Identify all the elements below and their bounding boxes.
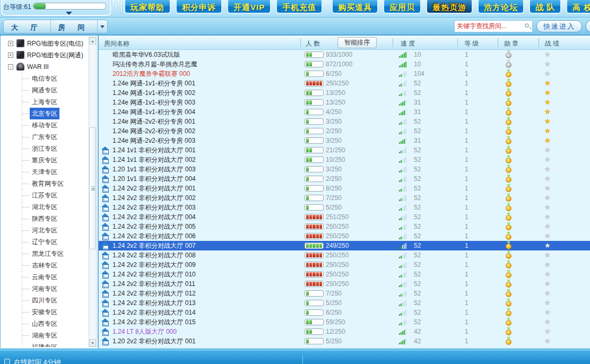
speed-signal-icon <box>399 119 407 125</box>
record-star-icon: ★ <box>544 327 551 336</box>
room-row[interactable]: 1.24 LT 8人版大厅 000 12/250 42 1 ★ <box>99 327 590 336</box>
room-row[interactable]: 1.24 2v2 非积分对战大厅 011 250/250 52 1 ★ <box>99 279 590 289</box>
tree-region-item[interactable]: 浙江专区 <box>2 143 88 154</box>
room-row[interactable]: 1.24 2v2 非积分对战大厅 010 250/250 52 1 ★ <box>99 270 590 279</box>
room-row[interactable]: 1.24 1v1 非积分对战大厅 001 21/250 52 1 ★ <box>99 145 590 155</box>
tree-region-item[interactable]: 山西专区 <box>2 318 88 330</box>
scroll-up-arrow-icon[interactable]: ▲ <box>89 37 96 45</box>
tree-expand-toggle[interactable]: + <box>8 41 13 46</box>
tree-root-node[interactable]: - WAR III <box>2 61 88 73</box>
toolbar-button[interactable]: 高 校 <box>566 0 590 14</box>
people-count: 13/250 <box>326 88 345 98</box>
room-row[interactable]: 1.24 2v2 非积分对战大厅 012 7/250 52 1 ★ <box>99 289 590 298</box>
toolbar-button[interactable]: 战 队 <box>529 0 561 14</box>
tree-region-item[interactable]: 天津专区 <box>2 166 88 178</box>
room-row[interactable]: 1.24 2v2 非积分对战大厅 002 7/250 52 1 ★ <box>99 193 590 203</box>
tree-region-item[interactable]: 北京专区 <box>2 108 88 119</box>
tree-region-item[interactable]: 重庆专区 <box>2 154 88 166</box>
toolbar-button[interactable]: 开通VIP <box>227 0 271 14</box>
toolbar-button[interactable]: 最热页游 <box>426 0 473 14</box>
tree-guide-line <box>22 149 29 149</box>
sidebar-scrollbar[interactable]: ▲ ▼ <box>89 37 97 347</box>
tree-region-item[interactable]: 河北专区 <box>2 224 88 236</box>
level-dropdown-arrow-icon[interactable] <box>66 12 72 15</box>
toolbar-button[interactable]: 玩家帮助 <box>124 0 171 14</box>
tab[interactable]: 房 间 <box>51 20 98 33</box>
room-search-input[interactable] <box>455 21 517 32</box>
tree-region-item[interactable]: 四川专区 <box>2 294 88 306</box>
toolbar-button[interactable]: 积分申诉 <box>176 0 222 14</box>
tree-region-item[interactable]: 陕西专区 <box>2 213 88 224</box>
room-row[interactable]: 1.24 2v2 非积分对战大厅 009 250/250 52 1 ★ <box>99 260 590 270</box>
room-row[interactable]: 1.24 2v2 非积分对战大厅 005 250/250 52 1 ★ <box>99 222 590 231</box>
room-row[interactable]: 1.24e 网通-2v2-积分专房 002 2/250 52 1 ★ <box>99 126 590 136</box>
tree-region-item[interactable]: 湖南专区 <box>2 330 88 341</box>
room-row[interactable]: 1.24e 网通-2v2-积分专房 001 3/250 52 1 ★ <box>99 117 590 126</box>
tab[interactable]: 大 厅 <box>4 20 51 33</box>
search-icon[interactable] <box>525 23 529 28</box>
room-type-icon <box>101 337 109 345</box>
room-type-icon <box>101 318 109 326</box>
room-row[interactable]: 1.24 2v2 非积分对战大厅 013 5/250 52 1 ★ <box>99 298 590 308</box>
room-row[interactable]: 1.24e 网通-1v1-积分专房 002 13/250 52 1 ★ <box>99 88 590 98</box>
room-row[interactable]: 1.24e 网通-1v1-积分专房 001 250/250 52 1 ★ <box>99 79 590 88</box>
tree-region-item[interactable]: 福建专区 <box>2 341 88 347</box>
quick-enter-button[interactable]: 快速进入 <box>536 20 582 32</box>
medal-icon <box>506 291 511 297</box>
tree-region-item[interactable]: 上海专区 <box>2 96 88 108</box>
tree-region-item[interactable]: 湖北专区 <box>2 201 88 213</box>
tree-region-item[interactable]: 辽宁专区 <box>2 236 88 248</box>
tree-region-item[interactable]: 云南专区 <box>2 271 88 283</box>
toolbar-button[interactable]: 手机充值 <box>276 0 323 14</box>
room-row[interactable]: 2012浩方魔兽争霸联赛 000 6/250 104 1 ★ <box>99 69 590 79</box>
toolbar-button[interactable]: 购买道具 <box>332 0 378 14</box>
scrollbar-thumb[interactable] <box>89 127 96 249</box>
room-row[interactable]: 玛法传奇赤月篇-单挑赤月恶魔 872/1000 10 1 ★ <box>99 59 590 69</box>
level-value: 1 <box>465 184 468 193</box>
room-row[interactable]: 1.20 1v1 非积分对战大厅 003 3/250 52 1 ★ <box>99 164 590 174</box>
room-row[interactable]: 1.24 2v2 非积分对战大厅 008 250/250 52 1 ★ <box>99 250 590 260</box>
room-row[interactable]: 1.24 1v1 非积分对战大厅 002 10/250 52 1 ★ <box>99 155 590 164</box>
tree-root-node[interactable]: + RPG地图专区(网通) <box>2 49 88 61</box>
room-row[interactable]: 1.24 2v2 非积分对战大厅 006 250/250 52 1 ★ <box>99 231 590 241</box>
room-row[interactable]: 暗黑嘉年华V6.03试玩版 933/1000 10 1 ★ <box>99 50 590 59</box>
room-row[interactable]: 1.24 2v2 非积分对战大厅 001 8/250 52 1 ★ <box>99 184 590 193</box>
room-row[interactable]: 1.24 2v2 非积分对战大厅 007 249/250 52 1 ★ <box>99 241 590 250</box>
room-row[interactable]: 1.24e 网通-1v1-积分专房 003 13/250 31 1 ★ <box>99 98 590 107</box>
tree-region-item[interactable]: 河南专区 <box>2 283 88 294</box>
people-count: 7/250 <box>326 193 342 203</box>
room-row[interactable]: 1.24 2v2 非积分对战大厅 003 5/250 52 1 ★ <box>99 203 590 212</box>
tree-region-item[interactable]: 黑龙江专区 <box>2 248 88 259</box>
room-row[interactable]: 1.20 2v2 非积分对战大厅 001 5/250 42 1 ★ <box>99 336 590 346</box>
level-value: 1 <box>465 308 468 317</box>
room-row[interactable]: 1.24e 网通-1v1-积分专房 004 4/250 31 1 ★ <box>99 107 590 117</box>
room-type-icon <box>101 185 109 192</box>
record-star-icon: ★ <box>544 222 551 231</box>
level-value: 1 <box>465 317 468 327</box>
tree-root-node[interactable]: + RPG地图专区(电信) <box>2 38 88 49</box>
smart-sort-button[interactable]: 智能排序 <box>337 37 377 48</box>
scroll-down-arrow-icon[interactable]: ▼ <box>89 339 96 346</box>
medal-icon <box>506 167 511 173</box>
room-row[interactable]: 1.24e 网通-2v2-积分专房 003 3/250 31 1 ★ <box>99 136 590 145</box>
room-row[interactable]: 1.20 1v1 非积分对战大厅 004 2/250 52 1 ★ <box>99 174 590 184</box>
tree-guide-line <box>22 335 29 336</box>
clipped-button[interactable] <box>586 20 590 32</box>
tree-region-item[interactable]: 教育网专区 <box>2 178 88 189</box>
room-row[interactable]: 1.24 2v2 非积分对战大厅 015 59/250 52 1 ★ <box>99 317 590 327</box>
tree-region-item[interactable]: 电信专区 <box>2 73 88 84</box>
toolbar-button[interactable]: 应用贝 <box>383 0 421 14</box>
tree-region-item[interactable]: 移动专区 <box>2 119 88 131</box>
tree-region-item[interactable]: 广东专区 <box>2 131 88 143</box>
tree-region-item[interactable]: 吉林专区 <box>2 259 88 271</box>
room-row[interactable]: 1.24 2v2 非积分对战大厅 004 251/250 52 1 ★ <box>99 212 590 222</box>
tree-region-item[interactable]: 网通专区 <box>2 84 88 96</box>
tree-region-item[interactable]: 江苏专区 <box>2 189 88 201</box>
people-bar <box>305 223 324 230</box>
tree-region-item[interactable]: 安徽专区 <box>2 306 88 318</box>
toolbar-button[interactable]: 浩方论坛 <box>478 0 524 14</box>
tree-expand-toggle[interactable]: - <box>8 64 13 70</box>
room-row[interactable]: 1.24 2v2 非积分对战大厅 014 6/250 52 1 ★ <box>99 308 590 317</box>
tab-dropdown-button[interactable] <box>98 20 107 33</box>
tree-expand-toggle[interactable]: + <box>8 53 13 58</box>
